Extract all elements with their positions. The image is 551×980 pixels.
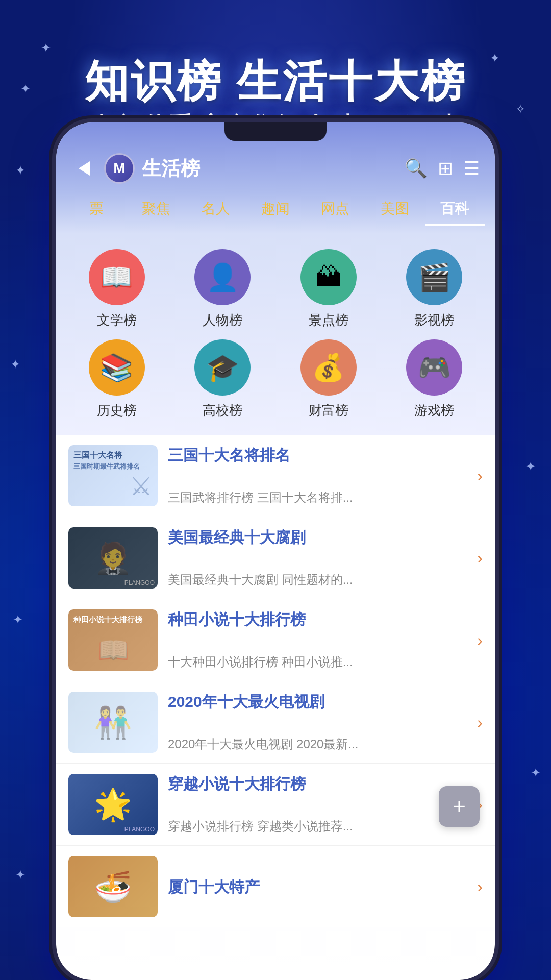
list-item[interactable]: 种田小说十大排行榜 📖 种田小说十大排行榜 十大种田小说排行榜 种田小说推...… (56, 599, 495, 681)
tab-celebrity[interactable]: 名人 (186, 194, 245, 226)
star-decoration: ✦ (525, 459, 536, 474)
list-arrow-1: › (477, 467, 483, 485)
thumb-1: 三国十大名将三国时期最牛武将排名 ⚔ (68, 445, 158, 506)
star-decoration: ✦ (531, 766, 541, 780)
category-game[interactable]: 🎮 游戏榜 (384, 339, 485, 420)
wealth-icon: 💰 (300, 339, 357, 396)
grid-icon[interactable]: ⊞ (438, 158, 453, 179)
thumb-5: 🌟 PLANGOO (68, 774, 158, 835)
film-label: 影视榜 (414, 311, 454, 329)
tab-photo[interactable]: 美图 (365, 194, 425, 226)
tab-outlet[interactable]: 网点 (306, 194, 365, 226)
app-title: 生活榜 (142, 156, 405, 182)
category-film[interactable]: 🎬 影视榜 (384, 249, 485, 329)
thumb-4: 👫 (68, 692, 158, 753)
history-icon: 📚 (89, 339, 145, 396)
tab-wiki[interactable]: 百科 (425, 194, 485, 226)
list-title-2: 美国最经典十大腐剧 (168, 527, 483, 547)
list-content-6: 厦门十大特产 › (168, 877, 483, 897)
history-label: 历史榜 (97, 402, 137, 420)
list-content-3: 种田小说十大排行榜 十大种田小说排行榜 种田小说推... › (168, 609, 483, 671)
phone-screen: M 生活榜 🔍 ⊞ ☰ 票 聚焦 名人 趣闻 网点 美图 百科 📖 文学 (56, 122, 495, 980)
list-content-2: 美国最经典十大腐剧 美国最经典十大腐剧 同性题材的... › (168, 527, 483, 589)
person-label: 人物榜 (203, 311, 242, 329)
scenic-label: 景点榜 (309, 311, 348, 329)
tab-ticket[interactable]: 票 (66, 194, 126, 226)
thumb-6: 🍜 (68, 856, 158, 917)
hero-title: 知识榜 生活十大榜 (85, 57, 466, 106)
list-title-5: 穿越小说十大排行榜 (168, 774, 483, 794)
list-content-4: 2020年十大最火电视剧 2020年十大最火电视剧 2020最新... › (168, 692, 483, 753)
list-arrow-2: › (477, 549, 483, 568)
thumb-3: 种田小说十大排行榜 📖 (68, 609, 158, 671)
film-icon: 🎬 (406, 249, 462, 305)
phone-frame: M 生活榜 🔍 ⊞ ☰ 票 聚焦 名人 趣闻 网点 美图 百科 📖 文学 (56, 122, 495, 980)
search-icon[interactable]: 🔍 (405, 158, 428, 179)
tab-focus[interactable]: 聚焦 (126, 194, 186, 226)
fab-button[interactable]: + (439, 786, 480, 827)
list-desc-3: 十大种田小说排行榜 种田小说推... (168, 653, 483, 671)
category-person[interactable]: 👤 人物榜 (172, 249, 273, 329)
category-section: 📖 文学榜 👤 人物榜 🏔 景点榜 🎬 影视榜 📚 历史榜 (56, 234, 495, 435)
category-history[interactable]: 📚 历史榜 (66, 339, 167, 420)
list-desc-2: 美国最经典十大腐剧 同性题材的... (168, 571, 483, 589)
thumb-2: 🤵 PLANGOO (68, 527, 158, 589)
list-arrow-3: › (477, 631, 483, 650)
list-title-3: 种田小说十大排行榜 (168, 609, 483, 629)
list-item[interactable]: 三国十大名将三国时期最牛武将排名 ⚔ 三国十大名将排名 三国武将排行榜 三国十大… (56, 435, 495, 517)
thumb-text-3: 种田小说十大排行榜 (73, 615, 142, 625)
wealth-label: 财富榜 (309, 402, 348, 420)
menu-icon[interactable]: ☰ (463, 158, 480, 179)
back-icon (79, 161, 90, 176)
phone-notch (224, 122, 327, 141)
list-item[interactable]: 🍜 厦门十大特产 › (56, 846, 495, 927)
list-desc-5: 穿越小说排行榜 穿越类小说推荐... (168, 818, 483, 835)
list-desc-1: 三国武将排行榜 三国十大名将排... (168, 489, 483, 506)
list-desc-4: 2020年十大最火电视剧 2020最新... (168, 736, 483, 753)
list-content-5: 穿越小说十大排行榜 穿越小说排行榜 穿越类小说推荐... › (168, 774, 483, 835)
literature-label: 文学榜 (97, 311, 137, 329)
star-decoration: ✦ (10, 357, 20, 372)
category-grid: 📖 文学榜 👤 人物榜 🏔 景点榜 🎬 影视榜 📚 历史榜 (66, 249, 485, 420)
content-list: 三国十大名将三国时期最牛武将排名 ⚔ 三国十大名将排名 三国武将排行榜 三国十大… (56, 435, 495, 927)
scenic-icon: 🏔 (300, 249, 357, 305)
star-decoration: ✦ (15, 868, 26, 882)
app-logo: M (104, 153, 135, 184)
category-wealth[interactable]: 💰 财富榜 (278, 339, 379, 420)
nav-tabs: 票 聚焦 名人 趣闻 网点 美图 百科 (56, 194, 495, 234)
list-arrow-4: › (477, 713, 483, 732)
tab-news[interactable]: 趣闻 (245, 194, 305, 226)
header-icons: 🔍 ⊞ ☰ (405, 158, 480, 179)
list-title-6: 厦门十大特产 (168, 877, 483, 897)
star-decoration: ✦ (13, 612, 23, 627)
person-icon: 👤 (194, 249, 251, 305)
literature-icon: 📖 (89, 249, 145, 305)
college-label: 高校榜 (203, 402, 242, 420)
category-college[interactable]: 🎓 高校榜 (172, 339, 273, 420)
list-title-1: 三国十大名将排名 (168, 445, 483, 465)
category-literature[interactable]: 📖 文学榜 (66, 249, 167, 329)
game-icon: 🎮 (406, 339, 462, 396)
list-item[interactable]: 🌟 PLANGOO 穿越小说十大排行榜 穿越小说排行榜 穿越类小说推荐... › (56, 764, 495, 846)
back-button[interactable] (71, 156, 97, 181)
thumb-text-1: 三国十大名将三国时期最牛武将排名 (73, 450, 140, 472)
list-title-4: 2020年十大最火电视剧 (168, 692, 483, 712)
list-arrow-6: › (477, 877, 483, 896)
college-icon: 🎓 (194, 339, 251, 396)
list-item[interactable]: 👫 2020年十大最火电视剧 2020年十大最火电视剧 2020最新... › (56, 681, 495, 764)
list-item[interactable]: 🤵 PLANGOO 美国最经典十大腐剧 美国最经典十大腐剧 同性题材的... › (56, 517, 495, 599)
category-scenic[interactable]: 🏔 景点榜 (278, 249, 379, 329)
list-content-1: 三国十大名将排名 三国武将排行榜 三国十大名将排... › (168, 445, 483, 506)
game-label: 游戏榜 (414, 402, 454, 420)
